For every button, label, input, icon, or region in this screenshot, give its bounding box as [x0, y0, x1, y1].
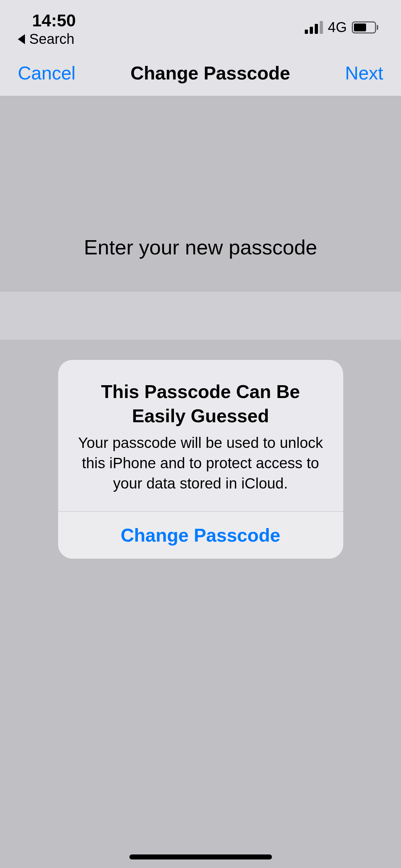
alert-dialog: This Passcode Can Be Easily Guessed Your… — [58, 360, 343, 559]
alert-content: This Passcode Can Be Easily Guessed Your… — [58, 360, 343, 511]
back-label: Search — [29, 31, 74, 47]
content-area: Enter your new passcode This Passcode Ca… — [0, 96, 401, 868]
back-triangle-icon — [18, 34, 25, 44]
battery-icon — [352, 21, 378, 33]
page-title: Change Passcode — [130, 62, 290, 84]
alert-title: This Passcode Can Be Easily Guessed — [76, 380, 325, 428]
home-indicator[interactable] — [129, 854, 272, 859]
cellular-signal-icon — [305, 21, 323, 34]
status-time: 14:50 — [18, 11, 76, 30]
back-to-search[interactable]: Search — [18, 31, 74, 47]
alert-backdrop: This Passcode Can Be Easily Guessed Your… — [0, 96, 401, 868]
status-left: 14:50 Search — [18, 11, 76, 47]
network-type: 4G — [328, 19, 347, 35]
status-right: 4G — [305, 11, 383, 35]
cancel-button[interactable]: Cancel — [18, 62, 76, 84]
alert-message: Your passcode will be used to unlock thi… — [76, 433, 325, 494]
next-button[interactable]: Next — [345, 62, 383, 84]
status-bar: 14:50 Search 4G — [0, 0, 401, 50]
navigation-bar: Cancel Change Passcode Next — [0, 50, 401, 96]
change-passcode-button[interactable]: Change Passcode — [58, 512, 343, 559]
